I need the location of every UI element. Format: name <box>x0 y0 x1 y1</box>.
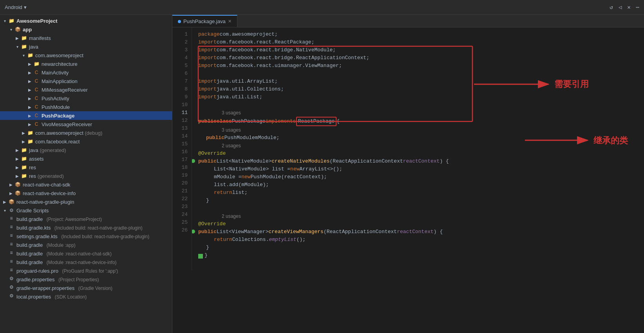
sidebar-item-build-gradle-device[interactable]: ≡ build.gradle (Module :react-native-dev… <box>0 258 172 266</box>
folder-icon-res-gen: 📁 <box>20 172 27 179</box>
code-line-10 <box>198 101 644 109</box>
editor-area: PushPackage.java ✕ 1 2 3 4 5 6 7 8 9 10 <box>172 15 644 333</box>
arrow-rn-device: ▶ <box>8 191 14 195</box>
label-build-gradle-kts: build.gradle.kts (Included build: react-… <box>16 225 143 231</box>
gradle-chat-icon: ≡ <box>8 250 15 257</box>
gradle-icon: ⚙ <box>8 207 15 214</box>
android-label: Android <box>5 4 22 10</box>
sidebar-item-manifests[interactable]: ▶ 📁 manifests <box>0 34 172 42</box>
module-icon-rn-chat: 📦 <box>14 181 21 188</box>
arrow-debug: ▶ <box>20 131 27 135</box>
title-bar-icons: ↺ ◁ ✕ ⋯ <box>610 4 639 11</box>
sidebar-item-rn-gradle[interactable]: ▶ 📦 react-native-gradle-plugin <box>0 197 172 206</box>
editor-tabs: PushPackage.java ✕ <box>172 15 644 27</box>
sidebar-item-awesomeproject[interactable]: ▾ 📁 AwesomeProject <box>0 16 172 25</box>
sidebar-item-settings-gradle-kts[interactable]: ≡ settings.gradle.kts (Included build: r… <box>0 232 172 241</box>
sidebar-item-rn-device[interactable]: ▶ 📦 react-native-device-info <box>0 189 172 197</box>
more-icon[interactable]: ⋯ <box>636 4 639 11</box>
code-line-3: import com.facebook.react.bridge.NativeM… <box>198 46 644 54</box>
code-editor[interactable]: package com.awesomeproject; import com.f… <box>192 27 644 270</box>
label-rn-chat: react-native-chat-sdk <box>23 182 70 188</box>
arrow-rn-gradle: ▶ <box>2 200 8 204</box>
label-mainapplication: MainApplication <box>42 78 78 84</box>
sidebar-item-pushmodule[interactable]: ▶ C PushModule <box>0 103 172 111</box>
sidebar-item-pushpackage[interactable]: ▶ C PushPackage <box>0 111 172 120</box>
sidebar-item-java-generated[interactable]: ▶ 📁 java (generated) <box>0 146 172 154</box>
arrow-res-gen: ▶ <box>14 174 20 178</box>
code-line-9: import java.util.List; <box>198 93 644 101</box>
code-line-5: import com.facebook.react.uimanager.View… <box>198 62 644 70</box>
sidebar-item-proguard[interactable]: ≡ proguard-rules.pro (ProGuard Rules for… <box>0 266 172 275</box>
sidebar-item-pushactivity[interactable]: ▶ C PushActivity <box>0 94 172 103</box>
sidebar-item-com-awesomeproject-debug[interactable]: ▶ 📁 com.awesomeproject (debug) <box>0 128 172 137</box>
gradle-file-kts-icon: ≡ <box>8 224 15 231</box>
title-bar: Android ▾ ↺ ◁ ✕ ⋯ <box>0 0 644 15</box>
sidebar-item-gradle-properties[interactable]: ⚙ gradle.properties (Project Properties) <box>0 275 172 284</box>
java-icon-pushmodule: C <box>33 103 40 110</box>
sidebar-item-gradle-wrapper[interactable]: ⚙ gradle-wrapper.properties (Gradle Vers… <box>0 284 172 292</box>
usage-hint-2: 3 usages <box>222 126 644 134</box>
sidebar-item-build-gradle-project[interactable]: ≡ build.gradle (Project: AwesomeProject) <box>0 215 172 223</box>
code-line-7: import java.util.ArrayList; <box>198 78 644 85</box>
refresh-icon[interactable]: ↺ <box>610 4 613 11</box>
sidebar-item-res[interactable]: ▶ 📁 res <box>0 163 172 172</box>
sidebar-item-app[interactable]: ▾ 📦 app <box>0 25 172 34</box>
usage-hint-2-text: 3 usages <box>222 126 241 134</box>
code-line-19: } <box>198 197 644 205</box>
sidebar-item-mainactivity[interactable]: ▶ C MainActivity <box>0 68 172 77</box>
sidebar-item-build-gradle-chat[interactable]: ≡ build.gradle (Module :react-native-cha… <box>0 249 172 258</box>
arrow-pushactivity: ▶ <box>27 96 33 101</box>
usage-hint-1: 3 usages <box>222 109 644 117</box>
label-vivomessagereceiver: VivoMessageReceiver <box>42 121 92 127</box>
close-icon[interactable]: ✕ <box>627 4 630 11</box>
sidebar-item-rn-chat[interactable]: ▶ 📦 react-native-chat-sdk <box>0 180 172 189</box>
sidebar[interactable]: ▾ 📁 AwesomeProject ▾ 📦 app ▶ 📁 manifests… <box>0 15 172 333</box>
code-line-22: public List<ViewManager> createViewManag… <box>198 228 644 236</box>
folder-icon-java-gen: 📁 <box>20 147 27 154</box>
sidebar-item-newarchitecture[interactable]: ▶ 📁 newarchitecture <box>0 60 172 68</box>
sidebar-item-res-generated[interactable]: ▶ 📁 res (generated) <box>0 172 172 180</box>
sidebar-item-vivomessagereceiver[interactable]: ▶ C VivoMessageReceiver <box>0 120 172 128</box>
sidebar-item-build-gradle-kts[interactable]: ≡ build.gradle.kts (Included build: reac… <box>0 223 172 232</box>
label-build-gradle-module: build.gradle (Module :app) <box>16 242 76 248</box>
sidebar-item-mimessagereceiver[interactable]: ▶ C MiMessageReceiver <box>0 85 172 94</box>
sidebar-item-com-facebook-react[interactable]: ▶ 📁 com.facebook.react <box>0 137 172 146</box>
label-awesomeproject: AwesomeProject <box>16 18 58 24</box>
arrow-manifests: ▶ <box>14 36 20 40</box>
code-line-23: return Collections.emptyList(); <box>198 236 644 244</box>
label-local-properties: local.properties (SDK Location) <box>16 294 87 300</box>
android-dropdown[interactable]: Android ▾ <box>5 4 27 10</box>
folder-icon-res: 📁 <box>20 164 27 171</box>
tab-close-button[interactable]: ✕ <box>228 19 232 24</box>
code-line-24: } <box>198 244 644 252</box>
usage-hint-3-text: 2 usages <box>222 142 241 150</box>
arrow-app: ▾ <box>8 27 14 32</box>
java-icon-pushactivity: C <box>33 95 40 102</box>
sidebar-item-build-gradle-module[interactable]: ≡ build.gradle (Module :app) <box>0 241 172 249</box>
usage-hint-1-text: 3 usages <box>222 109 241 117</box>
folder-icon-com: 📁 <box>27 52 34 59</box>
code-line-17: list.add(mModule); <box>198 181 644 189</box>
editor-content[interactable]: 1 2 3 4 5 6 7 8 9 10 11 12 13 14 15 16 1 <box>172 27 644 270</box>
code-line-16: mModule = new PushModule(reactContext); <box>198 173 644 181</box>
sidebar-item-assets[interactable]: ▶ 📁 assets <box>0 154 172 163</box>
sidebar-item-mainapplication[interactable]: ▶ C MainApplication <box>0 77 172 85</box>
code-line-13: @Override <box>198 150 644 157</box>
java-icon-pushpackage: C <box>33 112 40 119</box>
arrow-assets: ▶ <box>14 157 20 161</box>
label-app: app <box>23 27 32 33</box>
arrow-awesomeproject: ▾ <box>2 19 8 23</box>
sidebar-item-com-awesomeproject[interactable]: ▾ 📁 com.awesomeproject <box>0 51 172 60</box>
back-icon[interactable]: ◁ <box>619 4 622 11</box>
tab-pushpackage[interactable]: PushPackage.java ✕ <box>172 15 237 27</box>
sidebar-item-local-properties[interactable]: ⚙ local.properties (SDK Location) <box>0 292 172 301</box>
gradle-file-icon: ≡ <box>8 215 15 223</box>
sidebar-item-gradle-scripts[interactable]: ▾ ⚙ Gradle Scripts <box>0 206 172 215</box>
label-gradle-properties: gradle.properties (Project Properties) <box>16 277 99 282</box>
label-build-gradle-device: build.gradle (Module :react-native-devic… <box>16 259 117 265</box>
code-line-14: public List<NativeModule> createNativeMo… <box>198 157 644 165</box>
code-line-2: import com.facebook.react.ReactPackage; <box>198 38 644 46</box>
label-java: java <box>29 44 38 50</box>
sidebar-item-java[interactable]: ▾ 📁 java <box>0 42 172 51</box>
code-line-8: import java.util.Collections; <box>198 85 644 93</box>
